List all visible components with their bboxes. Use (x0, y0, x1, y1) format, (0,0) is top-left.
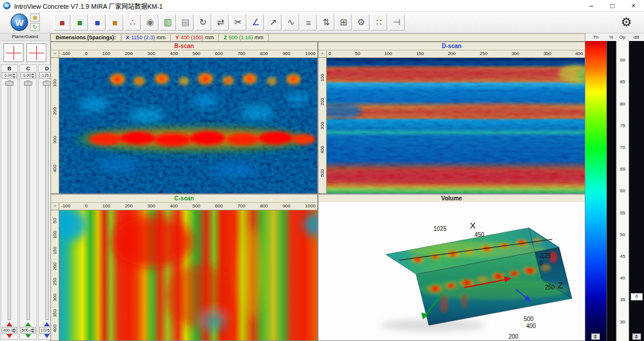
tick-label: 350 (52, 309, 57, 317)
db-strip[interactable]: 0 (629, 41, 644, 341)
threshold-strip[interactable] (606, 41, 616, 341)
scale-spinner[interactable] (591, 333, 600, 340)
volume-axis-value: 500 (524, 316, 534, 322)
tick-label: 300 (511, 50, 519, 57)
tick-label: 900 (283, 203, 290, 210)
channel-bottom-spinbox[interactable]: 400.00 (2, 327, 17, 333)
maximize-button[interactable]: □ (602, 0, 623, 12)
gate-value-box[interactable]: 0 (631, 293, 643, 301)
volume-axis-value: 250 (545, 284, 555, 291)
tick-label: 150 (416, 50, 423, 57)
tick-label: 100 (52, 231, 57, 238)
channel-bottom-spinbox[interactable]: 500.00 (21, 327, 36, 333)
grid-tool-button[interactable]: ⊞ (335, 14, 352, 30)
frame-view-button[interactable]: ▥ (160, 14, 176, 30)
plane-crosshair-control[interactable] (4, 43, 23, 62)
slider-thumb[interactable] (43, 81, 51, 86)
tick-label: -100 (61, 50, 70, 57)
bscan-heatmap[interactable] (59, 58, 317, 193)
mini-gear-tool-button[interactable]: ⚙ (353, 14, 370, 30)
footprint-tool-button[interactable]: ∷ (371, 14, 387, 30)
gate-crosshair-control[interactable] (26, 43, 46, 62)
axis-corner-icon[interactable]: + (51, 50, 59, 57)
strip-spinner[interactable] (632, 333, 641, 340)
cscan-title: C-scan (51, 195, 317, 202)
tick-label: 400 (170, 203, 178, 210)
close-button[interactable]: × (623, 0, 644, 12)
colorbar-ticks: 90858075706560555045403530 (616, 41, 629, 341)
cscan-panel: C-scan + -100010020030040050060070080090… (50, 194, 318, 341)
dimension-y: Y 400 (100) mm (171, 34, 219, 41)
channel-slider-track[interactable] (45, 80, 49, 320)
axis-corner-icon[interactable]: + (51, 203, 59, 210)
flip-tool-button[interactable]: ⇅ (318, 14, 334, 30)
sidebar: Plane/Gated B 0.00 400.00 C 0.00 500.00 … (0, 33, 50, 341)
dimension-z: Z 500 (1.16) mm (219, 34, 269, 41)
bscan-title: B-scan (51, 42, 317, 50)
tick-label: 200 (448, 50, 456, 57)
sphere-view-button[interactable]: ◉ (142, 14, 158, 30)
slider-thumb[interactable] (24, 81, 32, 86)
window-title: IntroView Concrete V7.1.9 MIRA 厂家网站数据KM-… (14, 1, 163, 11)
tick-label: 75 (616, 123, 629, 128)
panel-view-button[interactable]: ▤ (177, 14, 194, 30)
cut-tool-button[interactable]: ✂ (230, 14, 246, 30)
introview-logo-button[interactable]: W (11, 13, 28, 31)
bscan-top-ruler: + -10001002003004005006007008009001000 (51, 50, 317, 58)
volume-axis-value: -125 (539, 253, 551, 259)
tick-label: 800 (260, 203, 267, 210)
volume-panel: Volume (318, 194, 585, 341)
channel-top-spinbox[interactable]: 0.00 (21, 72, 36, 79)
settings-gear-button[interactable]: ⚙ (617, 13, 636, 32)
tick-label: 55 (616, 210, 629, 216)
reload-button[interactable]: ↻ (30, 23, 40, 31)
pan-tool-button[interactable]: ⇄ (212, 14, 229, 30)
channel-top-spinbox[interactable]: 0.00 (2, 72, 17, 79)
gate-top-marker[interactable] (25, 322, 31, 326)
view-c-cube-button[interactable]: ■ (72, 14, 88, 30)
volume-axis-value: 200 (509, 333, 518, 340)
channel-b: B 0.00 400.00 (1, 64, 18, 340)
surface-tool-button[interactable]: ∿ (283, 14, 299, 30)
cscan-heatmap[interactable] (59, 210, 317, 340)
tick-label: 500 (192, 203, 200, 210)
tick-label: 90 (616, 57, 629, 63)
tick-label: 50 (355, 50, 360, 57)
view-b-cube-button[interactable]: ■ (54, 14, 70, 30)
channel-slider-track[interactable] (8, 80, 11, 320)
gate-bottom-marker[interactable] (6, 334, 12, 338)
angle-tool-button[interactable]: ∠ (248, 14, 264, 30)
view-volume-cube-button[interactable]: ■ (107, 14, 123, 30)
gate-top-marker[interactable] (6, 322, 12, 326)
minimize-button[interactable]: – (581, 0, 602, 12)
tick-label: 70 (616, 145, 629, 150)
tick-label: 300 (52, 294, 57, 301)
gate-bottom-marker[interactable] (25, 334, 31, 338)
view-d-cube-button[interactable]: ■ (89, 14, 106, 30)
colorbar-header: dB (629, 33, 644, 41)
tick-label: 50 (616, 232, 629, 237)
dscan-heatmap[interactable] (327, 58, 585, 193)
dimensions-label: Dimensions (Spacings): (51, 34, 121, 41)
probe-tool-button[interactable]: ⊣ (388, 14, 405, 30)
gate-top-marker[interactable] (44, 322, 50, 326)
slider-thumb[interactable] (5, 81, 13, 86)
tick-label: 500 (192, 50, 200, 57)
tick-label: 60 (616, 188, 629, 193)
trace-tool-button[interactable]: ↗ (265, 14, 282, 30)
tick-label: 100 (103, 203, 110, 210)
axis-corner-icon[interactable]: + (318, 50, 327, 57)
channel-slider-track[interactable] (26, 80, 30, 320)
tick-label: 500 (320, 169, 325, 177)
points-cloud-button[interactable]: ∴ (124, 14, 141, 30)
gate-bottom-marker[interactable] (44, 334, 50, 338)
tick-label: 0 (85, 50, 87, 57)
rotate-tool-button[interactable]: ↻ (195, 14, 211, 30)
colorbar-body: 90858075706560555045403530 0 (585, 41, 644, 341)
open-project-button[interactable]: ▣ (30, 13, 40, 22)
layers-tool-button[interactable]: ≡ (300, 14, 317, 30)
volume-3d-view[interactable]: 1025 X 450 -125 0 250 Z 500 400 200 (318, 202, 585, 340)
tick-label: 600 (215, 50, 222, 57)
app-icon: W (3, 2, 11, 9)
color-scale[interactable] (585, 41, 606, 341)
